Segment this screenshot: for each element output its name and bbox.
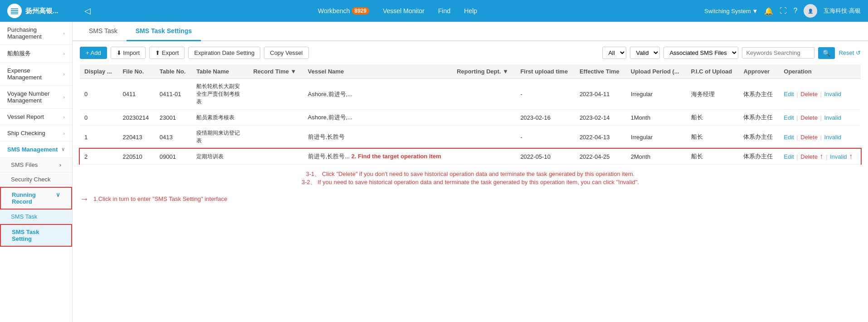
table-cell: 220413 bbox=[118, 126, 155, 149]
export-button[interactable]: ⬆ Export bbox=[149, 47, 185, 59]
delete-operation-link[interactable]: Delete bbox=[800, 134, 818, 141]
sidebar-sub-running-record[interactable]: Running Record ∨ bbox=[0, 187, 72, 210]
sub-item-label: Security Check bbox=[11, 176, 50, 183]
col-file-no: File No. bbox=[118, 64, 155, 79]
sidebar-sub-sms-task-setting[interactable]: SMS Task Setting bbox=[0, 224, 72, 247]
add-label: + Add bbox=[86, 49, 101, 56]
chevron-right-icon: › bbox=[63, 71, 65, 77]
chevron-right-icon: › bbox=[59, 161, 61, 168]
find-nav[interactable]: Find bbox=[438, 7, 450, 15]
delete-operation-link[interactable]: Delete bbox=[800, 91, 818, 98]
notification-icon[interactable]: 🔔 bbox=[764, 7, 773, 15]
op-separator: | bbox=[819, 114, 824, 121]
chevron-right-icon: › bbox=[63, 131, 65, 136]
sidebar-sub-sms-files[interactable]: SMS Files › bbox=[0, 158, 72, 172]
edit-operation-link[interactable]: Edit bbox=[784, 91, 794, 98]
keywords-search-input[interactable] bbox=[742, 47, 814, 59]
table-row: 02023021423001船员素质考核表Ashore,前进号,...2023-… bbox=[80, 110, 861, 126]
invalid-operation-link[interactable]: Invalid bbox=[824, 91, 841, 98]
table-cell: Irregular bbox=[626, 79, 687, 110]
edit-operation-link[interactable]: Edit bbox=[784, 153, 794, 160]
reset-button[interactable]: Reset ↺ bbox=[839, 49, 861, 56]
sidebar-sub-security-check[interactable]: Security Check bbox=[0, 172, 72, 187]
table-cell: 2022-04-25 bbox=[575, 149, 626, 165]
sub-item-label: SMS Task bbox=[11, 213, 37, 220]
table-cell: 船长 bbox=[687, 110, 739, 126]
sidebar-item-purchasing[interactable]: PurchasingManagement › bbox=[0, 22, 72, 45]
table-cell: 2022-05-10 bbox=[516, 149, 575, 165]
table-cell: 2 bbox=[80, 149, 118, 165]
vessel-monitor-nav[interactable]: Vessel Monitor bbox=[383, 7, 424, 15]
back-button[interactable]: ◁ bbox=[84, 6, 91, 16]
col-effective-time: Effective Time bbox=[575, 64, 626, 79]
sidebar-sub-sms-task[interactable]: SMS Task bbox=[0, 210, 72, 224]
sidebar-item-expense[interactable]: Expense Management › bbox=[0, 63, 72, 86]
nav-center: Workbench 8929 Vessel Monitor Find Help bbox=[100, 7, 695, 15]
tab-sms-task-settings[interactable]: SMS Task Settings bbox=[127, 22, 201, 41]
workbench-label: Workbench bbox=[318, 7, 350, 15]
filter-associated-select[interactable]: Associated SMS Files bbox=[663, 47, 738, 59]
col-reporting-dept[interactable]: Reporting Dept. ▼ bbox=[452, 64, 516, 79]
sidebar-item-voyage[interactable]: Voyage NumberManagement › bbox=[0, 86, 72, 109]
table-cell: Irregular bbox=[626, 126, 687, 149]
copy-vessel-button[interactable]: Copy Vessel bbox=[264, 47, 308, 59]
search-button[interactable]: 🔍 bbox=[818, 47, 835, 59]
invalid-operation-link[interactable]: Invalid bbox=[824, 114, 841, 121]
chevron-right-icon: › bbox=[63, 94, 65, 100]
workbench-nav[interactable]: Workbench 8929 bbox=[318, 7, 369, 15]
help-nav[interactable]: Help bbox=[464, 7, 477, 15]
sidebar-item-ship-service[interactable]: 船舶服务 › bbox=[0, 45, 72, 63]
invalid-operation-link[interactable]: Invalid bbox=[824, 134, 841, 141]
op-separator: | bbox=[819, 134, 824, 141]
op-separator: | bbox=[795, 91, 800, 98]
toolbar: + Add ⬇ Import ⬆ Export Expiration Date … bbox=[73, 41, 868, 64]
sidebar-item-sms-management[interactable]: SMS Management ∨ bbox=[0, 141, 72, 158]
col-upload-period: Upload Period (... bbox=[626, 64, 687, 79]
filter-all-select[interactable]: All bbox=[602, 47, 626, 59]
find-label: Find bbox=[438, 7, 450, 15]
sidebar-item-label: SMS Management bbox=[7, 146, 58, 153]
tabs-bar: SMS Task SMS Task Settings bbox=[73, 22, 868, 41]
col-record-time[interactable]: Record Time ▼ bbox=[249, 64, 303, 79]
expiration-label: Expiration Date Setting bbox=[194, 49, 254, 56]
annotation-step32: 3-2、 If you need to save historical oper… bbox=[80, 178, 861, 186]
chevron-right-icon: › bbox=[63, 114, 65, 120]
user-name-label: 互海科技·高银 bbox=[824, 7, 861, 15]
table-cell-operations: Edit | Delete | Invalid bbox=[779, 110, 861, 126]
delete-operation-link[interactable]: Delete bbox=[800, 153, 818, 160]
invalid-operation-link[interactable]: Invalid bbox=[830, 153, 847, 160]
col-table-no: Table No. bbox=[155, 64, 192, 79]
add-button[interactable]: + Add bbox=[80, 47, 107, 59]
col-vessel-name: Vessel Name bbox=[303, 64, 452, 79]
table-row: 004110411-01船长轮机长大副安全生严责任制考核表Ashore,前进号,… bbox=[80, 79, 861, 110]
table-cell: 2023-02-16 bbox=[516, 110, 575, 126]
invalid-arrow-icon: ↑ bbox=[847, 152, 853, 160]
op-separator: | bbox=[795, 153, 800, 160]
sidebar-item-vessel-report[interactable]: Vessel Report › bbox=[0, 109, 72, 125]
table-cell: 0 bbox=[80, 79, 118, 110]
help-label: Help bbox=[464, 7, 477, 15]
delete-operation-link[interactable]: Delete bbox=[800, 114, 818, 121]
filter-valid-select[interactable]: Valid bbox=[630, 47, 660, 59]
tab-label: SMS Task Settings bbox=[136, 27, 192, 34]
sidebar-item-label: Ship Checking bbox=[7, 130, 45, 137]
expiration-date-setting-button[interactable]: Expiration Date Setting bbox=[188, 47, 260, 59]
sub-item-label: SMS Files bbox=[11, 161, 38, 168]
import-button[interactable]: ⬇ Import bbox=[111, 47, 146, 59]
help-circle-icon[interactable]: ? bbox=[793, 7, 797, 15]
table-cell: 定期培训表 bbox=[192, 149, 249, 165]
table-cell bbox=[452, 149, 516, 165]
table-cell: 1 bbox=[80, 126, 118, 149]
edit-operation-link[interactable]: Edit bbox=[784, 114, 794, 121]
edit-operation-link[interactable]: Edit bbox=[784, 134, 794, 141]
search-icon: 🔍 bbox=[823, 49, 830, 57]
table-cell: 前进号,长胜号 bbox=[303, 126, 452, 149]
sidebar-item-label: Voyage NumberManagement bbox=[7, 90, 49, 104]
fullscreen-icon[interactable]: ⛶ bbox=[780, 7, 787, 15]
switching-system-btn[interactable]: Switching System ▼ bbox=[704, 8, 758, 15]
sidebar-item-ship-checking[interactable]: Ship Checking › bbox=[0, 125, 72, 141]
reset-label: Reset ↺ bbox=[839, 49, 861, 56]
table-cell: Ashore,前进号,... bbox=[303, 110, 452, 126]
tab-sms-task[interactable]: SMS Task bbox=[80, 22, 127, 41]
table-cell bbox=[249, 126, 303, 149]
